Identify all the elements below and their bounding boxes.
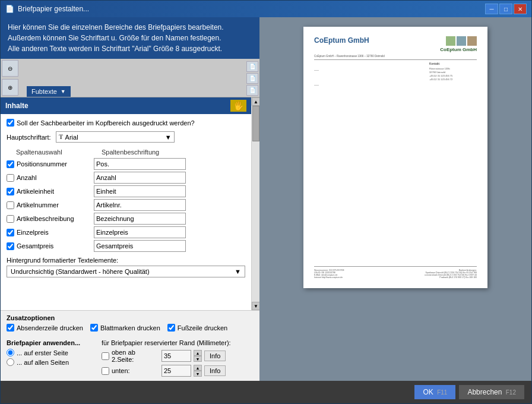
unten-checkbox[interactable] (102, 367, 109, 375)
column-row-5: Einzelpreis (7, 226, 245, 238)
preview-footer-right: Bankverbindungen: Sparkasse Detmold (BLZ… (425, 269, 477, 279)
column-check-4[interactable] (7, 215, 14, 223)
column-caption-6[interactable] (94, 240, 186, 252)
column-caption-2[interactable] (94, 185, 186, 197)
footer-bar: OK F11 Abbrechen F12 (1, 381, 531, 403)
tab-fubtexte[interactable]: Fubtexte ▼ (27, 86, 71, 97)
unten-input[interactable] (162, 365, 191, 377)
blattmarken-checkbox[interactable] (90, 324, 98, 332)
col-caption-label: Spaltenbeschriftung (102, 149, 159, 156)
contact-info: Rönenstrasse 139b 32760 Uatmold +49-52 3… (429, 67, 477, 81)
font-select[interactable]: 𝐓 Arial ▼ (56, 131, 175, 143)
unten-spin-down[interactable]: ▼ (194, 371, 202, 377)
info-line1: Hier können Sie die einzelnen Bereiche d… (8, 22, 252, 33)
column-name-3: Artikelnummer (17, 201, 94, 209)
preview-page: CoEptum GmbH CoEptum GmbH CoEptum GmbH –… (303, 27, 487, 288)
page-icon-2[interactable]: 📄 (246, 73, 258, 84)
fusszeile-checkbox[interactable] (167, 324, 175, 332)
contact-label: Kontakt: (429, 62, 477, 66)
fusszeile-label: Fußzeile drucken (178, 324, 227, 332)
unten-spinner: ▲ ▼ (194, 365, 202, 377)
vertical-scrollbar[interactable]: ▲ ▼ (251, 97, 259, 310)
main-window: 📄 Briefpapier gestalten... ─ □ ✕ Hier kö… (0, 0, 532, 404)
blattmarken-label: Blattmarken drucken (100, 324, 160, 332)
preview-dash2: — (314, 82, 425, 87)
oben-info-btn[interactable]: Info (204, 351, 226, 361)
font-row: Hauptschriftart: 𝐓 Arial ▼ (7, 131, 245, 143)
inhalte-cursor-btn[interactable]: 🖐 (230, 100, 246, 112)
column-caption-1[interactable] (94, 172, 186, 184)
column-caption-4[interactable] (94, 213, 186, 225)
page-icon-3[interactable]: 📄 (246, 85, 258, 96)
logo-sq2 (457, 36, 466, 46)
font-label: Hauptschriftart: (7, 134, 51, 141)
brief-right-title: für Briefpapier reservierter Rand (Milli… (102, 339, 254, 346)
oben-spinner: ▲ ▼ (194, 350, 202, 362)
column-check-0[interactable] (7, 160, 14, 168)
preview-body: — — Kontakt: Rönenstrasse 139b 32760 Uat… (314, 62, 477, 266)
scroll-down-btn[interactable]: ▼ (252, 302, 259, 310)
unten-row: unten: ▲ ▼ Info (102, 365, 254, 377)
zus-title: Zusatzoptionen (7, 314, 254, 321)
column-row-0: Positionsnummer (7, 158, 245, 170)
zoom-in-icon[interactable]: ⊕ (2, 79, 18, 96)
scroll-up-btn[interactable]: ▲ (252, 97, 259, 106)
unten-info-btn[interactable]: Info (204, 365, 226, 376)
column-caption-0[interactable] (94, 158, 186, 170)
preview-header: CoEptum GmbH CoEptum GmbH (314, 36, 477, 52)
radio1-row: ... auf erster Seite (7, 349, 96, 356)
column-caption-3[interactable] (94, 199, 186, 211)
oben-spin-up[interactable]: ▲ (194, 350, 202, 356)
ok-label: OK (423, 388, 433, 396)
column-check-6[interactable] (7, 242, 14, 250)
column-check-3[interactable] (7, 201, 14, 209)
cancel-button[interactable]: Abbrechen F12 (459, 385, 524, 399)
column-name-4: Artikelbeschreibung (17, 215, 94, 222)
left-panel: Hier können Sie die einzelnen Bereiche d… (1, 17, 259, 381)
col-select-label: Spaltenauswahl (7, 149, 102, 156)
sachbearbeiter-checkbox[interactable] (7, 119, 14, 127)
zoom-out-icon[interactable]: ⊖ (2, 60, 18, 77)
right-panel: CoEptum GmbH CoEptum GmbH CoEptum GmbH –… (259, 17, 531, 381)
close-button[interactable]: ✕ (514, 4, 527, 14)
oben-checkbox[interactable] (102, 352, 109, 360)
font-name: Arial (65, 134, 78, 141)
column-check-1[interactable] (7, 174, 14, 182)
fusszeile-item: Fußzeile drucken (167, 324, 227, 332)
background-section: Hintergrund formatierter Textelemente: U… (7, 257, 245, 277)
absenderzeile-item: Absenderzeile drucken (7, 324, 83, 332)
unten-spin-up[interactable]: ▲ (194, 365, 202, 371)
radio1-label: ... auf erster Seite (17, 349, 68, 356)
background-select[interactable]: Undurchsichtig (Standardwert - höhere Qu… (7, 266, 245, 277)
radio-all-pages[interactable] (7, 358, 14, 366)
window-icon: 📄 (5, 5, 14, 13)
brief-left: Briefpapier anwenden... ... auf erster S… (7, 339, 96, 378)
column-check-5[interactable] (7, 229, 14, 236)
page-icon-1[interactable]: 📄 (246, 61, 258, 72)
scroll-thumb[interactable] (252, 106, 259, 141)
cancel-label: Abbrechen (467, 388, 502, 396)
absenderzeile-checkbox[interactable] (7, 324, 14, 332)
column-check-2[interactable] (7, 188, 14, 195)
oben-input[interactable] (162, 350, 191, 362)
column-caption-5[interactable] (94, 226, 186, 238)
column-name-2: Artikeleinheit (17, 188, 94, 195)
column-row-2: Artikeleinheit (7, 185, 245, 197)
preview-address-line: CoEptum GmbH – Ravenhorstrasse 1366 – 32… (314, 55, 477, 60)
minimize-button[interactable]: ─ (485, 4, 498, 14)
inhalte-inner: Inhalte 🖐 Soll der Sachbearbeiter im Kop… (1, 97, 251, 310)
logo-sq3 (467, 36, 477, 46)
column-name-0: Positionsnummer (17, 160, 94, 168)
oben-spin-down[interactable]: ▼ (194, 356, 202, 362)
ok-button[interactable]: OK F11 (414, 385, 455, 399)
maximize-button[interactable]: □ (499, 4, 512, 14)
preview-left: — — (314, 62, 425, 266)
column-name-1: Anzahl (17, 174, 94, 181)
radio-first-page[interactable] (7, 349, 14, 356)
radio2-row: ... auf allen Seiten (7, 358, 96, 366)
background-label: Hintergrund formatierter Textelemente: (7, 257, 245, 264)
column-row-6: Gesamtpreis (7, 240, 245, 252)
column-row-4: Artikelbeschreibung (7, 213, 245, 225)
oben-row: oben ab 2.Seite: ▲ ▼ Info (102, 349, 254, 363)
info-line3: Alle anderen Texte werden in Schriftart … (8, 43, 252, 54)
